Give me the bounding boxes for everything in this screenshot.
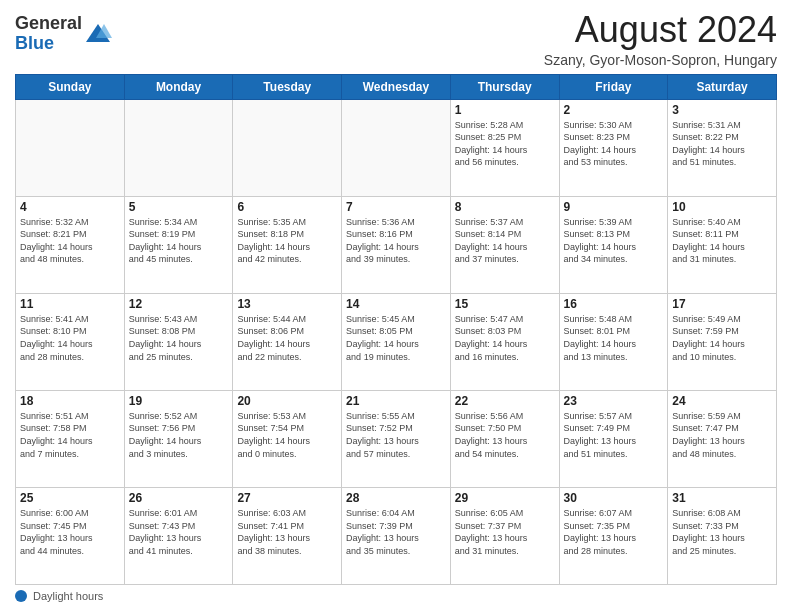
day-number: 9 — [564, 200, 664, 214]
day-number: 6 — [237, 200, 337, 214]
calendar-cell: 22Sunrise: 5:56 AM Sunset: 7:50 PM Dayli… — [450, 390, 559, 487]
calendar-day-header: Monday — [124, 74, 233, 99]
day-number: 31 — [672, 491, 772, 505]
day-number: 17 — [672, 297, 772, 311]
day-number: 22 — [455, 394, 555, 408]
day-number: 5 — [129, 200, 229, 214]
day-number: 30 — [564, 491, 664, 505]
calendar-day-header: Thursday — [450, 74, 559, 99]
logo-text: General Blue — [15, 14, 82, 54]
day-number: 12 — [129, 297, 229, 311]
day-number: 11 — [20, 297, 120, 311]
day-info: Sunrise: 5:44 AM Sunset: 8:06 PM Dayligh… — [237, 313, 337, 363]
calendar-week-row: 1Sunrise: 5:28 AM Sunset: 8:25 PM Daylig… — [16, 99, 777, 196]
calendar-cell: 20Sunrise: 5:53 AM Sunset: 7:54 PM Dayli… — [233, 390, 342, 487]
day-info: Sunrise: 5:48 AM Sunset: 8:01 PM Dayligh… — [564, 313, 664, 363]
calendar-cell: 25Sunrise: 6:00 AM Sunset: 7:45 PM Dayli… — [16, 487, 125, 584]
day-info: Sunrise: 5:47 AM Sunset: 8:03 PM Dayligh… — [455, 313, 555, 363]
calendar-cell: 12Sunrise: 5:43 AM Sunset: 8:08 PM Dayli… — [124, 293, 233, 390]
calendar-cell: 4Sunrise: 5:32 AM Sunset: 8:21 PM Daylig… — [16, 196, 125, 293]
calendar-cell: 31Sunrise: 6:08 AM Sunset: 7:33 PM Dayli… — [668, 487, 777, 584]
location: Szany, Gyor-Moson-Sopron, Hungary — [544, 52, 777, 68]
day-info: Sunrise: 5:37 AM Sunset: 8:14 PM Dayligh… — [455, 216, 555, 266]
day-info: Sunrise: 5:43 AM Sunset: 8:08 PM Dayligh… — [129, 313, 229, 363]
day-info: Sunrise: 6:01 AM Sunset: 7:43 PM Dayligh… — [129, 507, 229, 557]
day-info: Sunrise: 5:49 AM Sunset: 7:59 PM Dayligh… — [672, 313, 772, 363]
calendar-week-row: 4Sunrise: 5:32 AM Sunset: 8:21 PM Daylig… — [16, 196, 777, 293]
day-info: Sunrise: 5:30 AM Sunset: 8:23 PM Dayligh… — [564, 119, 664, 169]
calendar-cell: 9Sunrise: 5:39 AM Sunset: 8:13 PM Daylig… — [559, 196, 668, 293]
day-number: 28 — [346, 491, 446, 505]
day-info: Sunrise: 5:35 AM Sunset: 8:18 PM Dayligh… — [237, 216, 337, 266]
header: General Blue August 2024 Szany, Gyor-Mos… — [15, 10, 777, 68]
calendar-cell: 18Sunrise: 5:51 AM Sunset: 7:58 PM Dayli… — [16, 390, 125, 487]
day-number: 16 — [564, 297, 664, 311]
day-info: Sunrise: 6:04 AM Sunset: 7:39 PM Dayligh… — [346, 507, 446, 557]
day-info: Sunrise: 5:59 AM Sunset: 7:47 PM Dayligh… — [672, 410, 772, 460]
day-number: 27 — [237, 491, 337, 505]
calendar-day-header: Saturday — [668, 74, 777, 99]
footer: Daylight hours — [15, 590, 777, 602]
calendar-day-header: Friday — [559, 74, 668, 99]
calendar-cell — [16, 99, 125, 196]
day-number: 29 — [455, 491, 555, 505]
calendar-cell: 10Sunrise: 5:40 AM Sunset: 8:11 PM Dayli… — [668, 196, 777, 293]
calendar-cell: 17Sunrise: 5:49 AM Sunset: 7:59 PM Dayli… — [668, 293, 777, 390]
calendar-cell: 8Sunrise: 5:37 AM Sunset: 8:14 PM Daylig… — [450, 196, 559, 293]
day-number: 20 — [237, 394, 337, 408]
calendar-cell — [342, 99, 451, 196]
logo-general: General — [15, 14, 82, 34]
calendar-cell: 30Sunrise: 6:07 AM Sunset: 7:35 PM Dayli… — [559, 487, 668, 584]
calendar-cell — [233, 99, 342, 196]
calendar-cell: 21Sunrise: 5:55 AM Sunset: 7:52 PM Dayli… — [342, 390, 451, 487]
day-info: Sunrise: 5:55 AM Sunset: 7:52 PM Dayligh… — [346, 410, 446, 460]
day-number: 15 — [455, 297, 555, 311]
calendar-day-header: Wednesday — [342, 74, 451, 99]
month-year: August 2024 — [544, 10, 777, 50]
logo-icon — [84, 20, 112, 48]
day-number: 7 — [346, 200, 446, 214]
day-number: 3 — [672, 103, 772, 117]
day-number: 21 — [346, 394, 446, 408]
calendar-cell: 2Sunrise: 5:30 AM Sunset: 8:23 PM Daylig… — [559, 99, 668, 196]
calendar-cell: 5Sunrise: 5:34 AM Sunset: 8:19 PM Daylig… — [124, 196, 233, 293]
day-number: 18 — [20, 394, 120, 408]
day-number: 24 — [672, 394, 772, 408]
day-info: Sunrise: 5:40 AM Sunset: 8:11 PM Dayligh… — [672, 216, 772, 266]
day-number: 10 — [672, 200, 772, 214]
calendar-cell: 3Sunrise: 5:31 AM Sunset: 8:22 PM Daylig… — [668, 99, 777, 196]
calendar-week-row: 18Sunrise: 5:51 AM Sunset: 7:58 PM Dayli… — [16, 390, 777, 487]
calendar-cell: 11Sunrise: 5:41 AM Sunset: 8:10 PM Dayli… — [16, 293, 125, 390]
footer-dot — [15, 590, 27, 602]
day-info: Sunrise: 5:39 AM Sunset: 8:13 PM Dayligh… — [564, 216, 664, 266]
day-number: 4 — [20, 200, 120, 214]
day-info: Sunrise: 5:52 AM Sunset: 7:56 PM Dayligh… — [129, 410, 229, 460]
day-number: 8 — [455, 200, 555, 214]
calendar-header-row: SundayMondayTuesdayWednesdayThursdayFrid… — [16, 74, 777, 99]
day-number: 14 — [346, 297, 446, 311]
day-info: Sunrise: 5:28 AM Sunset: 8:25 PM Dayligh… — [455, 119, 555, 169]
day-info: Sunrise: 6:07 AM Sunset: 7:35 PM Dayligh… — [564, 507, 664, 557]
calendar-cell: 13Sunrise: 5:44 AM Sunset: 8:06 PM Dayli… — [233, 293, 342, 390]
calendar-cell: 23Sunrise: 5:57 AM Sunset: 7:49 PM Dayli… — [559, 390, 668, 487]
calendar-week-row: 25Sunrise: 6:00 AM Sunset: 7:45 PM Dayli… — [16, 487, 777, 584]
calendar-cell: 7Sunrise: 5:36 AM Sunset: 8:16 PM Daylig… — [342, 196, 451, 293]
day-number: 26 — [129, 491, 229, 505]
calendar-cell: 14Sunrise: 5:45 AM Sunset: 8:05 PM Dayli… — [342, 293, 451, 390]
day-info: Sunrise: 5:36 AM Sunset: 8:16 PM Dayligh… — [346, 216, 446, 266]
calendar-cell — [124, 99, 233, 196]
day-info: Sunrise: 5:51 AM Sunset: 7:58 PM Dayligh… — [20, 410, 120, 460]
day-number: 1 — [455, 103, 555, 117]
day-info: Sunrise: 5:45 AM Sunset: 8:05 PM Dayligh… — [346, 313, 446, 363]
logo-blue: Blue — [15, 34, 82, 54]
footer-label: Daylight hours — [33, 590, 103, 602]
day-info: Sunrise: 6:08 AM Sunset: 7:33 PM Dayligh… — [672, 507, 772, 557]
calendar-cell: 28Sunrise: 6:04 AM Sunset: 7:39 PM Dayli… — [342, 487, 451, 584]
day-info: Sunrise: 6:03 AM Sunset: 7:41 PM Dayligh… — [237, 507, 337, 557]
calendar-cell: 26Sunrise: 6:01 AM Sunset: 7:43 PM Dayli… — [124, 487, 233, 584]
logo: General Blue — [15, 14, 112, 54]
day-info: Sunrise: 5:31 AM Sunset: 8:22 PM Dayligh… — [672, 119, 772, 169]
calendar-day-header: Sunday — [16, 74, 125, 99]
calendar-cell: 19Sunrise: 5:52 AM Sunset: 7:56 PM Dayli… — [124, 390, 233, 487]
day-number: 25 — [20, 491, 120, 505]
